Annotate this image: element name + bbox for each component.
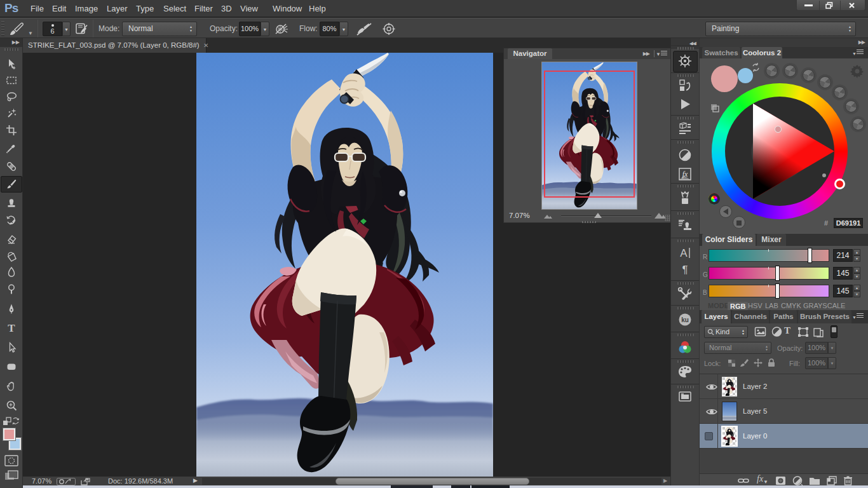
svg-text:¶: ¶ [682, 264, 688, 276]
svg-text:T: T [8, 322, 15, 334]
svg-text:fx: fx [682, 170, 688, 179]
svg-text:A: A [680, 247, 688, 259]
svg-text:ku: ku [681, 316, 689, 323]
